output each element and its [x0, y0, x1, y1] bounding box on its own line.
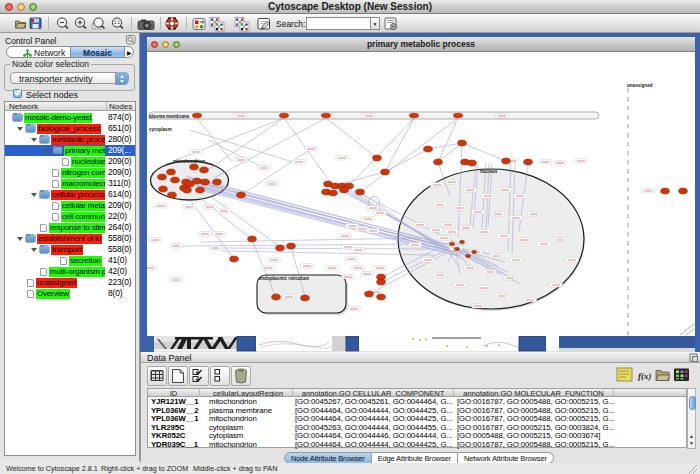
svg-text:f(x): f(x) [638, 371, 652, 381]
svg-text:cytoplasm: cytoplasm [149, 127, 172, 132]
svg-text:mitochondrion: mitochondrion [173, 159, 205, 164]
svg-text:1:1: 1:1 [114, 20, 121, 25]
svg-text:endoplasmic reticulum: endoplasmic reticulum [259, 276, 309, 281]
svg-text:nucleus: nucleus [480, 169, 498, 174]
svg-text:unassigned: unassigned [627, 83, 653, 88]
svg-text:plasma membrane: plasma membrane [149, 114, 190, 119]
